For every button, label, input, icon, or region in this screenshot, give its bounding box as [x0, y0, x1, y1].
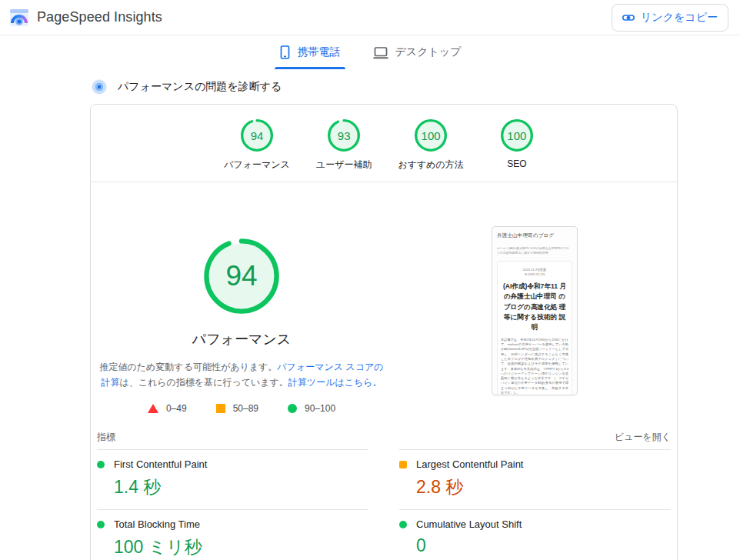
category-seo-label: SEO — [507, 158, 526, 169]
performance-big-label: パフォーマンス — [192, 330, 292, 348]
metrics-section-label: 指標 — [97, 431, 115, 444]
performance-section: 94 パフォーマンス 推定値のため変動する可能性があります。パフォーマンス スコ… — [91, 182, 677, 414]
metric-status-icon — [97, 521, 105, 528]
category-best-practices[interactable]: 100 おすすめの方法 — [398, 119, 463, 172]
analysis-mode-label: パフォーマンスの問題を診断する — [118, 80, 282, 94]
pagespeed-insights-page: PageSpeed Insights リンクをコピー ドキュメ 携帯電話 — [0, 0, 740, 560]
report-card: 94 パフォーマンス 93 ユーザー補助 100 おすすめの方法 — [90, 104, 678, 560]
performance-description: 推定値のため変動する可能性があります。パフォーマンス スコアの計算は、これらの指… — [98, 359, 385, 390]
category-accessibility[interactable]: 93 ユーザー補助 — [316, 119, 372, 172]
red-triangle-icon — [148, 404, 158, 413]
header-actions: リンクをコピー ドキュメ — [612, 4, 740, 32]
category-performance-label: パフォーマンス — [224, 158, 290, 172]
metric-tbt: Total Blocking Time 100 ミリ秒 — [97, 509, 368, 560]
category-summary: 94 パフォーマンス 93 ユーザー補助 100 おすすめの方法 — [91, 105, 677, 182]
orange-square-icon — [216, 404, 225, 413]
seo-gauge: 100 — [501, 119, 533, 152]
legend-poor: 0–49 — [148, 403, 187, 414]
metrics-header: 指標 ビューを開く — [91, 431, 677, 444]
metric-lcp: Largest Contentful Paint 2.8 秒 — [399, 449, 671, 509]
thumb-article-title: (AI作成)令和7年11 月の弁護士山中理司 のブログの高速化処 理等に関する技… — [501, 282, 568, 333]
app-header: PageSpeed Insights リンクをコピー ドキュメ — [0, 0, 740, 35]
seo-score: 100 — [501, 119, 533, 152]
tab-desktop-label: デスクトップ — [395, 45, 462, 59]
green-circle-icon — [288, 404, 297, 413]
metric-cls-value: 0 — [416, 535, 671, 556]
desktop-icon — [373, 46, 388, 59]
tab-mobile-label: 携帯電話 — [298, 45, 341, 59]
tab-mobile[interactable]: 携帯電話 — [275, 35, 345, 69]
thumb-date-line2: ※:2025.11.21) — [525, 272, 545, 276]
thumb-date: 2025.11.23(更新 ※:2025.11.21) — [501, 268, 568, 278]
page-title: PageSpeed Insights — [37, 9, 162, 25]
legend-average-range: 50–89 — [233, 403, 258, 414]
legend-good-range: 90–100 — [305, 403, 335, 414]
metric-cls: Cumulative Layout Shift 0 — [399, 509, 671, 560]
metric-status-icon — [97, 461, 105, 468]
desc-text-1: 推定値のため変動する可能性があります。 — [100, 362, 278, 372]
best-practices-score: 100 — [415, 119, 447, 152]
metric-lcp-value: 2.8 秒 — [416, 475, 671, 499]
link-icon — [622, 12, 635, 24]
metric-fcp-value: 1.4 秒 — [114, 475, 368, 499]
performance-score: 94 — [241, 119, 273, 152]
tab-desktop[interactable]: デスクトップ — [368, 35, 466, 69]
performance-big-gauge: 94 — [204, 238, 279, 314]
metric-fcp-name: First Contentful Paint — [114, 458, 207, 470]
analysis-mode-row: パフォーマンスの問題を診断する — [92, 79, 740, 95]
metric-status-icon — [399, 521, 407, 528]
page-screenshot-thumbnail[interactable]: 弁護士山中理司のブログ ホーム / (AI作成)令和7年11月の弁護士山中理司の… — [492, 226, 578, 395]
metric-fcp: First Contentful Paint 1.4 秒 — [97, 449, 368, 509]
pagespeed-logo-icon — [9, 8, 29, 27]
best-practices-gauge: 100 — [415, 119, 447, 152]
copy-link-button[interactable]: リンクをコピー — [612, 4, 728, 32]
performance-big-score: 94 — [204, 238, 279, 314]
copy-link-label: リンクをコピー — [641, 11, 718, 25]
thumb-breadcrumb: ホーム / (AI作成)令和7年11月の弁護士山中理司のブログの高速化処理等に関… — [497, 246, 572, 255]
metric-tbt-value: 100 ミリ秒 — [114, 535, 368, 559]
performance-detail: 94 パフォーマンス 推定値のため変動する可能性があります。パフォーマンス スコ… — [91, 182, 392, 414]
metrics-grid: First Contentful Paint 1.4 秒 Largest Con… — [91, 449, 677, 560]
performance-gauge: 94 — [241, 119, 273, 152]
metric-cls-name: Cumulative Layout Shift — [416, 518, 522, 530]
legend-average: 50–89 — [216, 403, 258, 414]
metric-status-icon — [399, 461, 407, 468]
legend-poor-range: 0–49 — [166, 403, 187, 414]
expand-view-link[interactable]: ビューを開く — [615, 431, 671, 444]
legend-good: 90–100 — [288, 403, 335, 414]
mobile-phone-icon — [279, 45, 291, 59]
accessibility-gauge: 93 — [328, 119, 360, 152]
metric-tbt-name: Total Blocking Time — [114, 518, 200, 530]
category-accessibility-label: ユーザー補助 — [316, 158, 372, 172]
score-legend: 0–49 50–89 90–100 — [148, 403, 335, 414]
thumb-article-body: 本記事では、令和7年11月19日から23日にかけて、mixhostの共用サーバー… — [501, 338, 568, 395]
category-best-practices-label: おすすめの方法 — [398, 158, 463, 172]
category-seo[interactable]: 100 SEO — [490, 119, 544, 172]
thumb-date-line1: 2025.11.23(更新 — [523, 268, 546, 272]
thumb-site-title: 弁護士山中理司のブログ — [497, 232, 572, 239]
accessibility-score: 93 — [328, 119, 360, 152]
calculator-link[interactable]: 計算ツールはこちら。 — [288, 377, 382, 388]
thumb-article-card: 2025.11.23(更新 ※:2025.11.21) (AI作成)令和7年11… — [497, 261, 572, 395]
category-performance[interactable]: 94 パフォーマンス — [224, 119, 290, 172]
device-tabbar: 携帯電話 デスクトップ — [0, 35, 740, 69]
desc-text-2: は、これらの指標を基に行っています。 — [119, 377, 288, 388]
metric-lcp-name: Largest Contentful Paint — [416, 458, 523, 470]
diagnose-radar-icon[interactable] — [92, 79, 107, 95]
screenshot-column: 弁護士山中理司のブログ ホーム / (AI作成)令和7年11月の弁護士山中理司の… — [392, 182, 677, 414]
